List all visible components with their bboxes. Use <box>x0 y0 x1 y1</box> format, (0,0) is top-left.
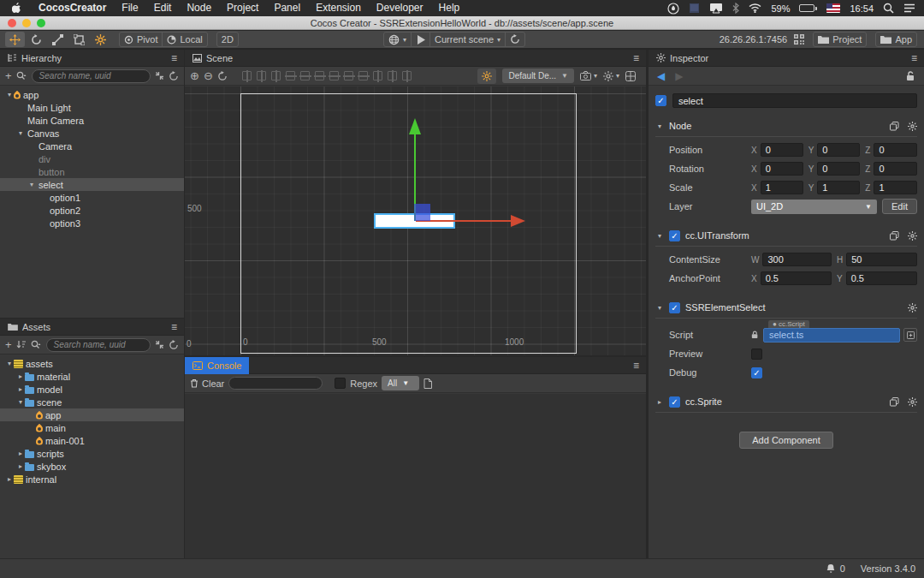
hierarchy-row-Main Light[interactable]: Main Light <box>0 101 184 114</box>
assets-collapse-icon[interactable] <box>155 340 164 349</box>
align-right-icon[interactable] <box>271 71 281 80</box>
assets-row-app[interactable]: app <box>0 408 184 421</box>
expand-arrow-icon[interactable]: ▸ <box>16 385 25 393</box>
position-x-input[interactable]: 0 <box>761 143 803 157</box>
distribute-right-icon[interactable] <box>402 71 412 80</box>
open-project-folder-button[interactable]: Project <box>814 32 866 47</box>
asset-picker-icon[interactable] <box>903 328 917 342</box>
console-filter-input[interactable] <box>228 377 323 390</box>
component-expand-arrow-icon[interactable]: ▾ <box>655 122 664 130</box>
align-bottom-icon[interactable] <box>315 71 324 80</box>
scene-menu-icon[interactable]: ≡ <box>633 52 646 64</box>
node-name-input[interactable]: select <box>672 93 917 108</box>
regex-checkbox[interactable] <box>335 378 346 389</box>
assets-row-assets[interactable]: ▾assets <box>0 357 184 370</box>
distribute-center-icon[interactable] <box>388 71 397 80</box>
gizmo-settings-button[interactable] <box>91 32 110 47</box>
component-header-cc.UITransform[interactable]: ▾✓cc.UITransform <box>655 226 917 245</box>
menu-file[interactable]: File <box>114 0 145 16</box>
assets-row-scripts[interactable]: ▸scripts <box>0 447 184 460</box>
bluetooth-icon[interactable] <box>732 3 739 14</box>
assets-row-internal[interactable]: ▸internal <box>0 473 184 486</box>
menu-extension[interactable]: Extension <box>308 0 369 16</box>
inspector-back-button[interactable]: ◀ <box>657 70 665 82</box>
rect-tool-button[interactable] <box>69 32 89 47</box>
scene-gizmo-toggle-button[interactable] <box>477 69 496 84</box>
component-expand-arrow-icon[interactable]: ▾ <box>655 304 664 312</box>
window-titlebar[interactable]: Cocos Creator - SSRExtensionHelloWorld -… <box>0 16 924 30</box>
open-app-folder-button[interactable]: App <box>876 32 916 47</box>
console-clear-button[interactable]: Clear <box>190 378 224 389</box>
copy-icon[interactable] <box>890 231 899 241</box>
distribute-left-icon[interactable] <box>373 71 382 80</box>
align-center-vertical-icon[interactable] <box>257 71 266 80</box>
tab-scene[interactable]: Scene <box>185 50 240 67</box>
rotate-tool-button[interactable] <box>27 32 46 47</box>
local-toggle-button[interactable]: Local <box>162 32 206 47</box>
add-component-button[interactable]: Add Component <box>739 432 833 449</box>
assets-menu-icon[interactable]: ≡ <box>171 321 184 333</box>
scene-settings-dropdown[interactable]: ▾ <box>603 71 619 81</box>
copy-icon[interactable] <box>890 397 899 407</box>
qr-code-icon[interactable] <box>794 34 804 45</box>
apple-menu-icon[interactable] <box>0 3 31 14</box>
component-header-cc.Sprite[interactable]: ▸✓cc.Sprite <box>655 392 917 411</box>
distribute-top-icon[interactable] <box>329 71 339 80</box>
anchorpoint-x-input[interactable]: 0.5 <box>761 271 832 285</box>
hierarchy-search-input[interactable]: Search name, uuid <box>32 69 151 83</box>
hierarchy-add-button[interactable]: + <box>5 69 12 82</box>
scene-camera-dropdown[interactable]: Default De...▼ <box>502 69 574 83</box>
input-source-icon[interactable] <box>689 3 700 14</box>
distribute-middle-icon[interactable] <box>344 71 353 80</box>
align-left-icon[interactable] <box>242 71 252 80</box>
debug-checkbox[interactable]: ✓ <box>751 367 762 378</box>
expand-arrow-icon[interactable]: ▸ <box>16 462 25 470</box>
tab-assets[interactable]: Assets <box>0 319 58 336</box>
rotation-x-input[interactable]: 0 <box>761 162 803 176</box>
align-top-icon[interactable] <box>286 71 295 80</box>
contentsize-h-input[interactable]: 50 <box>846 253 917 266</box>
scale-tool-button[interactable] <box>48 32 68 47</box>
input-flag-icon[interactable] <box>826 3 840 13</box>
spotlight-search-icon[interactable] <box>883 3 894 14</box>
console-menu-icon[interactable]: ≡ <box>633 360 646 372</box>
component-header-SSRElementSelect[interactable]: ▾✓SSRElementSelect <box>655 298 917 317</box>
zoom-in-icon[interactable]: ⊕ <box>190 69 199 82</box>
expand-arrow-icon[interactable]: ▾ <box>27 181 36 188</box>
hierarchy-row-Canvas[interactable]: ▾Canvas <box>0 127 184 140</box>
menu-panel[interactable]: Panel <box>266 0 308 16</box>
log-level-dropdown[interactable]: All▼ <box>382 376 419 390</box>
hierarchy-row-div[interactable]: div <box>0 152 184 165</box>
refresh-scene-button[interactable] <box>505 32 524 47</box>
gear-icon[interactable] <box>908 303 917 313</box>
anchorpoint-y-input[interactable]: 0.5 <box>846 271 917 285</box>
menu-developer[interactable]: Developer <box>369 0 431 16</box>
edit-layer-button[interactable]: Edit <box>882 199 917 214</box>
hierarchy-row-button[interactable]: button <box>0 165 184 178</box>
play-button[interactable] <box>411 32 429 47</box>
position-z-input[interactable]: 0 <box>874 143 917 157</box>
notification-bell-icon[interactable] <box>826 564 835 574</box>
menu-help[interactable]: Help <box>431 0 468 16</box>
hierarchy-collapse-icon[interactable] <box>155 71 164 80</box>
assets-row-scene[interactable]: ▾scene <box>0 396 184 408</box>
scale-z-input[interactable]: 1 <box>874 181 917 194</box>
pivot-toggle-button[interactable]: Pivot <box>120 32 162 47</box>
scene-capture-dropdown[interactable]: ▾ <box>580 71 597 80</box>
scale-y-input[interactable]: 1 <box>817 181 860 194</box>
open-log-file-icon[interactable] <box>424 378 432 389</box>
component-enabled-checkbox[interactable]: ✓ <box>669 396 680 408</box>
expand-arrow-icon[interactable]: ▾ <box>5 91 14 98</box>
layer-dropdown[interactable]: UI_2D▼ <box>751 200 877 214</box>
wifi-icon[interactable] <box>749 3 761 13</box>
assets-add-button[interactable]: + <box>5 338 12 351</box>
reset-view-icon[interactable] <box>217 71 228 81</box>
copy-icon[interactable] <box>890 122 899 131</box>
hierarchy-search-type-icon[interactable] <box>16 71 27 80</box>
component-expand-arrow-icon[interactable]: ▾ <box>655 232 664 240</box>
contentsize-w-input[interactable]: 300 <box>762 253 832 266</box>
menu-project[interactable]: Project <box>219 0 266 16</box>
scene-select-dropdown[interactable]: Current scene▾ <box>429 32 505 47</box>
preview-checkbox[interactable] <box>751 349 762 360</box>
menu-node[interactable]: Node <box>179 0 219 16</box>
